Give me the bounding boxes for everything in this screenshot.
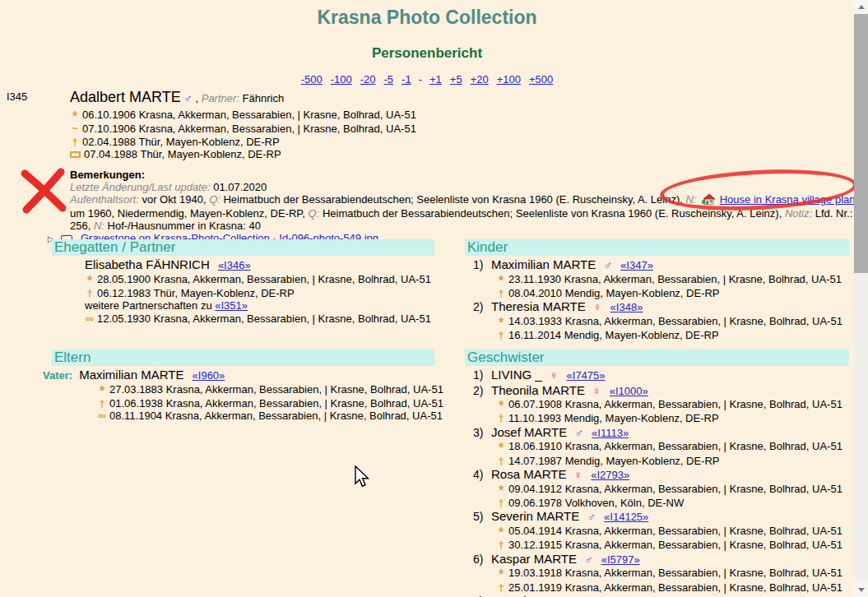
spouse-name-row: Elisabetha FÄHNRICH «I346» bbox=[85, 257, 434, 273]
death-icon: † bbox=[70, 136, 80, 148]
nav-link-plus-100[interactable]: +100 bbox=[497, 73, 521, 86]
child-details: *14.03.1933 Krasna, Akkerman, Bessarabie… bbox=[496, 315, 849, 342]
nav-link-plus-1[interactable]: +1 bbox=[429, 73, 442, 86]
female-icon: ♀ bbox=[592, 384, 601, 397]
nav-link-minus-20[interactable]: -20 bbox=[360, 73, 376, 86]
sibling-name: Josef MARTE bbox=[491, 425, 567, 439]
sibling-birth-text: 19.03.1918 Krasna, Akkerman, Bessarabien… bbox=[508, 567, 842, 579]
burial-text: 07.04.1988 Thür, Mayen-Koblenz, DE-RP bbox=[84, 148, 281, 160]
sibling-ref-link[interactable]: «I5797» bbox=[601, 553, 640, 566]
child-ref-link[interactable]: «I347» bbox=[620, 259, 653, 271]
birth-icon: * bbox=[97, 385, 107, 397]
scrollbar-thumb[interactable] bbox=[854, 14, 868, 273]
marriage-icon: ∞ bbox=[85, 312, 95, 325]
section-spouses: Ehegatten / Partner Elisabetha FÄHNRICH … bbox=[52, 239, 434, 349]
father-marriage-text: 08.11.1904 Krasna, Akkerman, Bessarabien… bbox=[109, 410, 443, 422]
spouse-death-text: 06.12.1983 Thür, Mayen-Koblenz, DE-RP bbox=[97, 287, 295, 299]
birth-icon: * bbox=[496, 275, 506, 287]
spouse-birth-text: 28.05.1900 Krasna, Akkerman, Bessarabien… bbox=[97, 273, 431, 285]
male-icon: ♂ bbox=[584, 553, 593, 566]
notiz-value: Lfd. Nr.: bbox=[815, 207, 853, 220]
marriage-icon: ∞ bbox=[97, 410, 107, 422]
section-parents: Eltern Vater:Maximilian MARTE «I960» *27… bbox=[52, 349, 434, 597]
nav-link-minus-5[interactable]: -5 bbox=[384, 73, 394, 86]
sibling-number: 2) bbox=[473, 384, 491, 399]
sibling-item: 4)Rosa MARTE ♀ «I2793» *09.04.1912 Krasn… bbox=[465, 467, 849, 509]
spouse-marriage-text: 12.05.1930 Krasna, Akkerman, Bessarabien… bbox=[97, 312, 431, 325]
sibling-ref-link[interactable]: «I1113» bbox=[592, 427, 629, 439]
scroll-up-button[interactable] bbox=[854, 0, 868, 14]
sibling-death-text: 09.06.1978 Volkhoven, Köln, DE-NW bbox=[508, 497, 684, 509]
burial-row: 07.04.1988 Thür, Mayen-Koblenz, DE-RP bbox=[70, 148, 854, 160]
child-death-text: 16.11.2014 Mendig, Mayen-Koblenz, DE-RP bbox=[508, 329, 719, 341]
nav-link-minus-1[interactable]: -1 bbox=[402, 73, 411, 86]
female-icon: ♀ bbox=[593, 300, 602, 313]
child-birth-text: 14.03.1933 Krasna, Akkerman, Bessarabien… bbox=[508, 315, 842, 327]
sibling-ref-link[interactable]: «I7475» bbox=[567, 369, 606, 382]
sibling-item: 3)Josef MARTE ♂ «I1113» *18.06.1910 Kras… bbox=[465, 425, 849, 467]
death-icon: † bbox=[496, 581, 506, 594]
sibling-birth-row: *09.04.1912 Krasna, Akkerman, Bessarabie… bbox=[496, 483, 849, 497]
more-partnerships-row: weitere Partnerschaften zu «I351» bbox=[85, 299, 434, 312]
sibling-birth-text: 05.04.1914 Krasna, Akkerman, Bessarabien… bbox=[508, 525, 842, 537]
nav-link-plus-5[interactable]: +5 bbox=[450, 73, 462, 86]
spouses-body: Elisabetha FÄHNRICH «I346» *28.05.1900 K… bbox=[85, 256, 434, 325]
father-name-row: Vater:Maximilian MARTE «I960» bbox=[43, 368, 434, 383]
father-ref-link[interactable]: «I960» bbox=[193, 369, 225, 382]
sibling-death-row: †30.12.1915 Krasna, Akkerman, Bessarabie… bbox=[496, 539, 849, 551]
partner-value: Fähnrich bbox=[243, 92, 285, 104]
residence-value: vor Okt 1940, bbox=[142, 193, 206, 206]
nav-link-minus-500[interactable]: -500 bbox=[301, 73, 323, 86]
remarks-heading: Bemerkungen: bbox=[70, 169, 854, 181]
sibling-death-text: 30.12.1915 Krasna, Akkerman, Bessarabien… bbox=[508, 539, 842, 551]
sibling-ref-link[interactable]: «I2793» bbox=[591, 469, 629, 481]
father-birth-text: 27.03.1883 Krasna, Akkerman, Bessarabien… bbox=[109, 383, 443, 396]
vertical-scrollbar[interactable] bbox=[854, 0, 868, 597]
section-siblings: Geschwister 1)LIVING _ ♀ «I7475» 2)Theon… bbox=[465, 349, 849, 597]
sibling-birth-row: *18.06.1910 Krasna, Akkerman, Bessarabie… bbox=[496, 440, 849, 454]
nav-link-minus-100[interactable]: -100 bbox=[331, 73, 352, 86]
red-x-annotation bbox=[18, 167, 69, 216]
sibling-death-text: 14.07.1987 Mendig, Mayen-Koblenz, DE-RP bbox=[508, 455, 720, 467]
sibling-death-row: †11.10.1993 Mendig, Mayen-Koblenz, DE-RP bbox=[496, 412, 849, 424]
sibling-details: *05.04.1914 Krasna, Akkerman, Bessarabie… bbox=[496, 525, 849, 552]
residence-label: Aufenthaltsort: bbox=[70, 193, 139, 206]
child-number: 2) bbox=[473, 300, 491, 315]
spouse-ref-link[interactable]: «I346» bbox=[218, 259, 251, 271]
father-death-text: 01.06.1938 Krasna, Akkerman, Bessarabien… bbox=[109, 397, 443, 410]
child-ref-link[interactable]: «I348» bbox=[610, 301, 643, 313]
residence-row-3: 256, N: Hof-/Hausnummer in Krasna: 40 bbox=[70, 220, 854, 232]
more-partnerships-link[interactable]: «I351» bbox=[215, 299, 248, 312]
sibling-birth-text: 18.06.1910 Krasna, Akkerman, Bessarabien… bbox=[508, 440, 842, 452]
sibling-ref-link[interactable]: «I14125» bbox=[604, 511, 648, 523]
last-update-value: 01.07.2020 bbox=[213, 181, 267, 193]
sibling-ref-link[interactable]: «I1000» bbox=[610, 385, 648, 397]
sibling-details: *19.03.1918 Krasna, Akkerman, Bessarabie… bbox=[496, 567, 849, 594]
scroll-up-arrow-icon bbox=[858, 5, 865, 9]
sibling-name: Kaspar MARTE bbox=[491, 552, 577, 566]
source-label-2: Q: bbox=[309, 207, 320, 220]
burial-icon bbox=[70, 151, 81, 158]
page-title: Krasna Photo Collection bbox=[0, 7, 854, 29]
residence-row-2: um 1960, Niedermendig, Mayen-Koblenz, DE… bbox=[70, 207, 854, 220]
nav-separator: - bbox=[419, 73, 422, 86]
male-icon: ♂ bbox=[574, 426, 583, 439]
sibling-number: 3) bbox=[473, 426, 491, 441]
children-body: 1)Maximilian MARTE ♂ «I347» *23.11.1930 … bbox=[465, 256, 849, 342]
sibling-name-row: 6)Kaspar MARTE ♂ «I5797» bbox=[465, 552, 849, 567]
sibling-name-row: 4)Rosa MARTE ♀ «I2793» bbox=[465, 467, 849, 483]
spouse-marriage-row: ∞12.05.1930 Krasna, Akkerman, Bessarabie… bbox=[85, 312, 434, 325]
father-death-row: †01.06.1938 Krasna, Akkerman, Bessarabie… bbox=[97, 397, 434, 410]
scroll-down-button[interactable] bbox=[854, 583, 868, 597]
child-birth-row: *14.03.1933 Krasna, Akkerman, Bessarabie… bbox=[496, 315, 849, 329]
nav-link-plus-20[interactable]: +20 bbox=[471, 73, 489, 86]
child-item: 2)Theresia MARTE ♀ «I348» *14.03.1933 Kr… bbox=[465, 299, 849, 341]
child-death-row: †08.04.2010 Mendig, Mayen-Koblenz, DE-RP bbox=[496, 287, 849, 299]
siblings-header: Geschwister bbox=[465, 349, 849, 366]
father-birth-row: *27.03.1883 Krasna, Akkerman, Bessarabie… bbox=[97, 383, 434, 397]
nav-link-plus-500[interactable]: +500 bbox=[529, 73, 553, 86]
house-plan-link[interactable]: House in Krasna village plan bbox=[720, 193, 856, 206]
birth-icon: * bbox=[496, 317, 506, 329]
family-grid: Ehegatten / Partner Elisabetha FÄHNRICH … bbox=[52, 239, 849, 597]
residence2-value: um 1960, Niedermendig, Mayen-Koblenz, DE… bbox=[70, 207, 305, 220]
